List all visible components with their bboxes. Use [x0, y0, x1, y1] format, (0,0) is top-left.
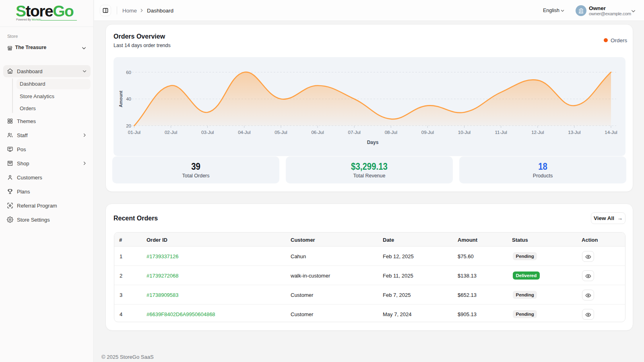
svg-text:40: 40: [126, 97, 131, 101]
svg-text:Amount: Amount: [118, 90, 123, 107]
svg-text:04-Jul: 04-Jul: [238, 130, 250, 135]
svg-text:20: 20: [126, 123, 131, 128]
svg-text:11-Jul: 11-Jul: [495, 130, 507, 135]
svg-text:07-Jul: 07-Jul: [348, 130, 361, 135]
svg-text:12-Jul: 12-Jul: [531, 130, 544, 135]
svg-text:02-Jul: 02-Jul: [165, 130, 177, 135]
svg-text:10-Jul: 10-Jul: [458, 130, 471, 135]
svg-text:60: 60: [126, 70, 131, 75]
svg-text:03-Jul: 03-Jul: [201, 130, 214, 135]
svg-text:Days: Days: [367, 140, 379, 145]
svg-text:14-Jul: 14-Jul: [605, 130, 617, 135]
svg-text:05-Jul: 05-Jul: [275, 130, 287, 135]
svg-text:09-Jul: 09-Jul: [421, 130, 434, 135]
svg-text:01-Jul: 01-Jul: [128, 130, 140, 135]
svg-text:08-Jul: 08-Jul: [385, 130, 397, 135]
svg-text:13-Jul: 13-Jul: [568, 130, 580, 135]
svg-text:06-Jul: 06-Jul: [311, 130, 324, 135]
